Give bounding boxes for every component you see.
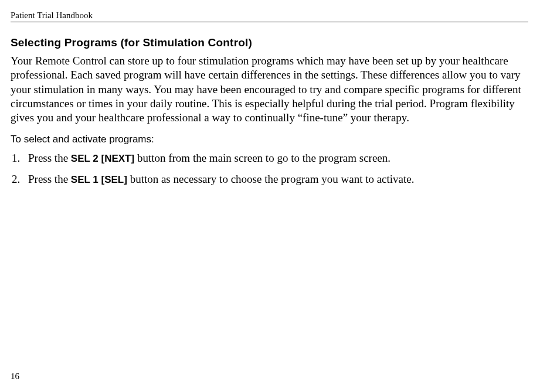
- step-2: 2. Press the SEL 1 [SEL] button as neces…: [11, 172, 528, 187]
- page-number: 16: [11, 371, 19, 381]
- step-number: 2.: [11, 172, 28, 187]
- page-header: Patient Trial Handbook: [11, 11, 528, 22]
- step-post: button as necessary to choose the progra…: [127, 173, 415, 185]
- step-pre: Press the: [28, 152, 71, 164]
- step-bold: SEL 1 [SEL]: [71, 174, 127, 185]
- step-text: Press the SEL 2 [NEXT] button from the m…: [28, 151, 528, 166]
- header-title: Patient Trial Handbook: [11, 11, 93, 20]
- step-number: 1.: [11, 151, 28, 166]
- step-post: button from the main screen to go to the…: [134, 152, 390, 164]
- section-title: Selecting Programs (for Stimulation Cont…: [11, 36, 528, 49]
- step-pre: Press the: [28, 173, 71, 185]
- step-bold: SEL 2 [NEXT]: [71, 153, 134, 164]
- step-1: 1. Press the SEL 2 [NEXT] button from th…: [11, 151, 528, 166]
- section-body: Your Remote Control can store up to four…: [11, 54, 528, 125]
- section-subheading: To select and activate programs:: [11, 134, 528, 145]
- step-text: Press the SEL 1 [SEL] button as necessar…: [28, 172, 528, 187]
